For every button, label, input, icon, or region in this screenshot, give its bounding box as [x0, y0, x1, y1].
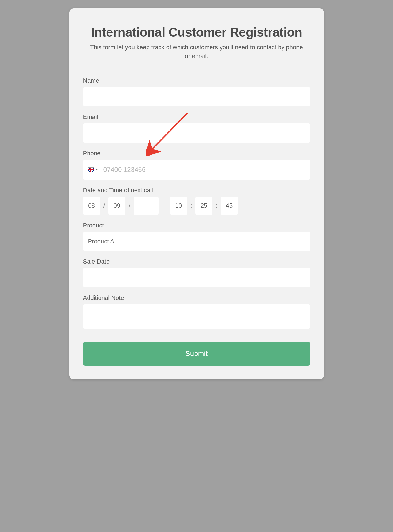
note-textarea[interactable] — [83, 304, 310, 329]
phone-label: Phone — [83, 150, 310, 157]
form-title: International Customer Registration — [83, 25, 310, 40]
field-phone: Phone — [83, 150, 310, 180]
sale-date-label: Sale Date — [83, 258, 310, 265]
field-note: Additional Note — [83, 294, 310, 330]
product-label: Product — [83, 222, 310, 229]
submit-button[interactable]: Submit — [83, 342, 310, 366]
date-sep-2: / — [128, 202, 131, 209]
name-input[interactable] — [83, 87, 310, 106]
product-select[interactable]: Product A — [83, 232, 310, 251]
time-hour-input[interactable] — [170, 197, 187, 215]
time-sep-1: : — [190, 202, 193, 209]
date-year-input[interactable] — [134, 197, 159, 215]
time-second-input[interactable] — [221, 197, 238, 215]
email-input[interactable] — [83, 123, 310, 143]
form-subtitle: This form let you keep track of which cu… — [89, 43, 304, 61]
email-label: Email — [83, 113, 310, 121]
form-card: International Customer Registration This… — [69, 8, 324, 379]
datetime-row: / / : : — [83, 197, 310, 215]
date-sep-1: / — [103, 202, 106, 209]
field-name: Name — [83, 77, 310, 106]
note-label: Additional Note — [83, 294, 310, 302]
field-email: Email — [83, 113, 310, 143]
name-label: Name — [83, 77, 310, 84]
field-product: Product Product A — [83, 222, 310, 251]
field-datetime: Date and Time of next call / / : : — [83, 187, 310, 215]
field-sale-date: Sale Date — [83, 258, 310, 287]
time-sep-2: : — [215, 202, 218, 209]
date-month-input[interactable] — [108, 197, 125, 215]
phone-row — [83, 160, 310, 180]
datetime-label: Date and Time of next call — [83, 187, 310, 194]
chevron-down-icon — [96, 169, 98, 170]
sale-date-input[interactable] — [83, 268, 310, 287]
flag-uk-icon — [88, 167, 94, 172]
country-selector[interactable] — [86, 167, 100, 172]
phone-input[interactable] — [100, 160, 307, 180]
time-minute-input[interactable] — [195, 197, 212, 215]
date-day-input[interactable] — [83, 197, 100, 215]
